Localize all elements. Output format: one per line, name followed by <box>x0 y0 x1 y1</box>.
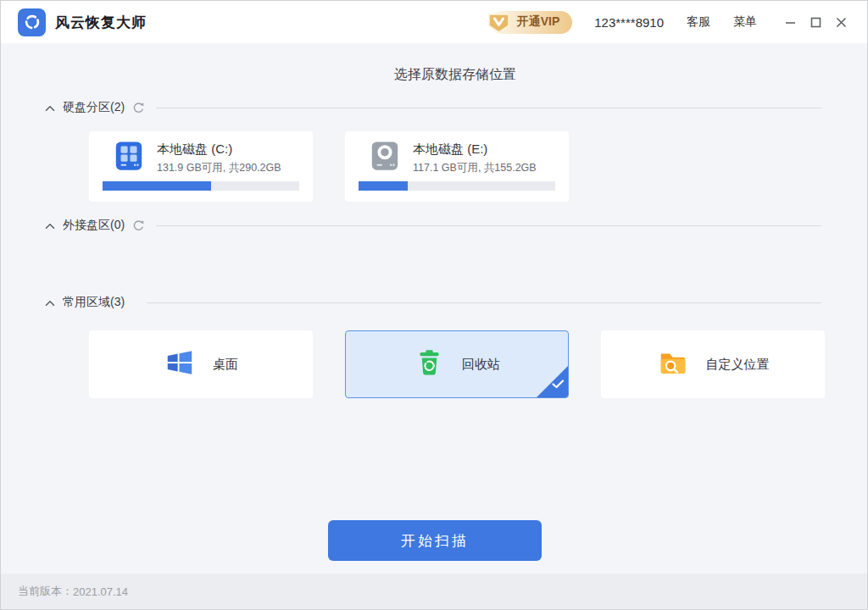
section-common-areas: 常用区域(3) <box>45 295 821 310</box>
hdd-gray-icon <box>369 140 401 175</box>
refresh-icon[interactable] <box>132 102 145 114</box>
section-divider <box>147 302 821 303</box>
windows-logo-icon <box>164 347 196 382</box>
disk-name: 本地磁盘 (C:) <box>157 141 281 158</box>
check-icon <box>552 377 565 392</box>
disk-card-c[interactable]: 本地磁盘 (C:) 131.9 GB可用, 共290.2GB <box>89 131 313 202</box>
disk-info: 本地磁盘 (C:) 131.9 GB可用, 共290.2GB <box>157 141 281 175</box>
chevron-up-icon[interactable] <box>45 218 55 233</box>
chevron-up-icon[interactable] <box>45 100 55 115</box>
area-card-recycle-bin[interactable]: 回收站 <box>345 330 569 398</box>
section-label: 硬盘分区(2) <box>63 100 125 115</box>
disk-name: 本地磁盘 (E:) <box>413 141 537 158</box>
version-value: 2021.07.14 <box>73 585 128 598</box>
app-window: { "colors": { "accent_blue": "#3e78e0", … <box>0 0 868 610</box>
section-divider <box>156 225 821 226</box>
disk-usage-bar <box>103 181 299 191</box>
chevron-up-icon[interactable] <box>45 295 55 310</box>
disk-usage-fill <box>359 181 408 191</box>
hdd-blue-icon <box>113 140 145 175</box>
disk-usage: 131.9 GB可用, 共290.2GB <box>157 161 281 175</box>
area-label: 自定义位置 <box>706 357 770 373</box>
maximize-icon[interactable] <box>803 9 828 35</box>
start-scan-button[interactable]: 开始扫描 <box>328 520 542 561</box>
titlebar: 风云恢复大师 开通VIP 123****8910 客服 菜单 <box>1 1 867 43</box>
section-disk-partitions: 硬盘分区(2) <box>45 100 821 115</box>
vip-button-label: 开通VIP <box>517 14 560 30</box>
section-divider <box>156 108 821 108</box>
account-number[interactable]: 123****8910 <box>594 15 664 30</box>
area-label: 桌面 <box>213 357 238 373</box>
section-label: 外接盘区(0) <box>63 218 125 233</box>
disk-cards-row: 本地磁盘 (C:) 131.9 GB可用, 共290.2GB 本地磁盘 (E:)… <box>89 131 569 202</box>
customer-service-link[interactable]: 客服 <box>687 14 710 30</box>
area-label: 回收站 <box>462 357 500 373</box>
recycle-bin-icon <box>414 347 445 382</box>
window-controls <box>777 9 854 35</box>
refresh-icon[interactable] <box>132 219 145 232</box>
version-label: 当前版本： <box>18 584 73 599</box>
area-card-desktop[interactable]: 桌面 <box>89 330 313 398</box>
open-vip-button[interactable]: 开通VIP <box>490 11 573 34</box>
footer: 当前版本： 2021.07.14 <box>1 574 867 609</box>
close-icon[interactable] <box>828 9 854 35</box>
app-title: 风云恢复大师 <box>55 13 147 32</box>
app-logo-icon <box>18 8 46 36</box>
titlebar-right: 开通VIP 123****8910 客服 菜单 <box>490 9 854 35</box>
vip-badge-icon <box>486 8 512 35</box>
page-title: 选择原数据存储位置 <box>89 66 821 84</box>
section-external-drives: 外接盘区(0) <box>45 218 821 233</box>
disk-card-e[interactable]: 本地磁盘 (E:) 117.1 GB可用, 共155.2GB <box>345 131 569 202</box>
section-label: 常用区域(3) <box>63 295 125 310</box>
disk-usage: 117.1 GB可用, 共155.2GB <box>413 161 537 175</box>
common-area-cards-row: 桌面 回收站 自定 <box>89 330 825 398</box>
disk-usage-fill <box>103 181 211 191</box>
disk-info: 本地磁盘 (E:) 117.1 GB可用, 共155.2GB <box>413 141 537 175</box>
disk-usage-bar <box>359 181 555 191</box>
folder-search-icon <box>657 347 689 382</box>
menu-link[interactable]: 菜单 <box>733 14 757 30</box>
area-card-custom-location[interactable]: 自定义位置 <box>601 330 825 398</box>
minimize-icon[interactable] <box>777 9 803 35</box>
